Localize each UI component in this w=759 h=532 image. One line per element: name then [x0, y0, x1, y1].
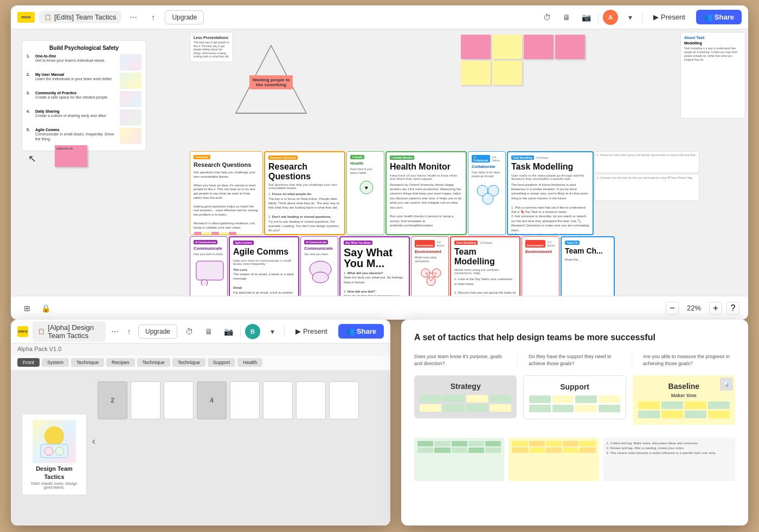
health-monitor-card: ♥ Health Monitor Health Monitor Keep tra… [385, 151, 467, 235]
tab-recipes[interactable]: Recipes [106, 358, 135, 367]
strategy-mini-grid [420, 395, 511, 412]
about-task-header: About Task [684, 36, 742, 40]
board-tab[interactable]: 📋 [Edits] Team Tactics [39, 11, 121, 23]
tab-icon: 📋 [44, 14, 51, 20]
present-button[interactable]: ▶ Present [647, 10, 692, 24]
health-section-desc: Keep track of your team's health. [350, 167, 381, 174]
psych-item-5-img [120, 128, 141, 144]
zoom-help-button[interactable]: ? [726, 302, 739, 315]
cursor: ↖ [28, 153, 36, 165]
psych-item-3-desc: Create a safe space for like minded peop… [35, 95, 118, 100]
left-arrow[interactable]: ‹ [92, 436, 95, 447]
comm-hdr: ✉ Communicate [194, 240, 224, 244]
secondary-board-tab[interactable]: 📋 [Alpha] Design Team Tactics [33, 321, 106, 342]
bottom-box-2 [509, 438, 599, 481]
more-options-icon[interactable]: ⋯ [126, 10, 141, 25]
secondary-export-icon[interactable]: ↑ [124, 324, 134, 339]
tab-technique2[interactable]: Technique [137, 358, 170, 367]
comm-illustration [194, 258, 224, 286]
sticky-t5 [229, 232, 236, 235]
sticky-t3 [211, 232, 219, 235]
hm-body: Research by Oxford University shows happ… [390, 183, 462, 228]
secondary-screen-icon[interactable]: 🖥 [201, 324, 216, 339]
timer-icon[interactable]: ⏱ [539, 10, 555, 25]
env-illustration [415, 265, 445, 293]
video-icon[interactable]: 📷 [578, 10, 594, 25]
secondary-miro-window: miro 📋 [Alpha] Design Team Tactics ⋯ ↑ U… [11, 320, 390, 525]
user-avatar[interactable]: A [603, 10, 618, 25]
tc-title: Team Ch... [565, 247, 610, 255]
chevron-down-icon[interactable]: ▾ [622, 10, 638, 25]
tmb-header: Team Modelling 1-2 hours [454, 241, 516, 245]
env-hdr: 🔴 Environment 1-2 hours [415, 240, 445, 248]
secondary-canvas[interactable]: ‹ Design Team Tactics Ditch chaotic mess… [11, 371, 390, 525]
zoom-minus-button[interactable]: − [666, 302, 679, 315]
tab-system[interactable]: System [42, 358, 69, 367]
psych-item-1-title: One-to-One [35, 54, 118, 58]
secondary-share-button[interactable]: 👥 Share [338, 324, 384, 339]
secondary-upgrade-button[interactable]: Upgrade [138, 325, 177, 339]
share-button[interactable]: 👥 Share [696, 10, 742, 24]
baseline-thumb: 📊 [720, 378, 733, 391]
play-icon: ▶ [653, 13, 659, 21]
svg-point-6 [483, 193, 493, 204]
secondary-user-avatar[interactable]: B [245, 324, 260, 339]
psych-item-1: 1. One-to-One Get to know your team's in… [27, 54, 141, 70]
bl-cell-8 [708, 411, 730, 418]
secondary-chevron-icon[interactable]: ▾ [265, 324, 280, 339]
comm2-hdr: ✉ Communicate [304, 240, 335, 244]
ac-subtitle: Help your team to communicate in small d… [233, 259, 295, 265]
collaborate-header-card: ⚡ Collaborate 1-2 hours Collaborate Gain… [468, 151, 506, 235]
main-canvas[interactable]: ↖ Build Psychological Safety 1. One-to-O… [11, 29, 748, 320]
q-divider-2 [632, 353, 632, 367]
sup-cell-2 [552, 395, 574, 403]
design-team-cover: Design Team Tactics Ditch chaotic mess. … [22, 414, 87, 495]
export-icon[interactable]: ↑ [145, 10, 160, 25]
main-bottom-toolbar: ⊞ 🔒 − 22% + ? [11, 296, 748, 320]
share-icon: 👥 [704, 13, 712, 21]
tab-health[interactable]: Health [237, 358, 262, 367]
pyramid-container: Wanting people to like something [233, 43, 309, 121]
comm2-section-desc: Say what you mean. [304, 252, 335, 256]
s-cell-4 [490, 395, 511, 403]
secondary-present-button[interactable]: ▶ Present [289, 324, 334, 339]
secondary-timer-icon[interactable]: ⏱ [182, 324, 197, 339]
info-panel-title: A set of tactics that help design teams … [414, 333, 735, 342]
secondary-separator [240, 326, 241, 337]
zoom-plus-button[interactable]: + [709, 302, 722, 315]
svg-rect-7 [196, 261, 223, 280]
main-toolbar: miro 📋 [Edits] Team Tactics ⋯ ↑ Upgrade … [11, 5, 748, 29]
psych-item-1-img [120, 54, 141, 70]
sup-cell-4 [599, 395, 620, 403]
secondary-video-icon[interactable]: 📷 [221, 324, 236, 339]
swym-title: Say What You M... [344, 247, 406, 269]
sup-cell-7 [575, 405, 597, 412]
tab-front[interactable]: Front [17, 358, 40, 367]
upgrade-button[interactable]: Upgrade [165, 10, 204, 24]
ac-title: Agile Comms [233, 247, 295, 257]
secondary-more-icon[interactable]: ⋯ [110, 324, 120, 339]
toolbar-separator-2 [642, 12, 642, 23]
comm-section-desc: Help your team to clarify. [194, 252, 224, 256]
lock-icon[interactable]: 🔒 [38, 301, 53, 316]
env2-section-label: Environment [525, 249, 556, 254]
tab-technique[interactable]: Technique [71, 358, 104, 367]
support-mini-grid [529, 395, 620, 412]
cover-illustration [33, 420, 76, 463]
tab-support[interactable]: Support [208, 358, 236, 367]
pages-row: 2 4 [98, 381, 380, 419]
bl-cell-1 [638, 401, 660, 409]
tab-technique3[interactable]: Technique [172, 358, 205, 367]
rq-subtitle: Ask questions that help you challenge yo… [268, 183, 341, 190]
comm2-section-label: Communicate [304, 246, 335, 251]
grid-icon[interactable]: ⊞ [20, 301, 35, 316]
technique-body: Ask questions that help you challenge yo… [194, 171, 259, 230]
sup-cell-5 [529, 405, 551, 412]
screen-icon[interactable]: 🖥 [559, 10, 574, 25]
sticky-yellow-3 [492, 61, 522, 85]
bottom-boxes: 1. Collect and tag. Make notes, discussi… [414, 438, 735, 481]
psych-item-2-img [120, 73, 141, 89]
secondary-toolbar-right: ⏱ 🖥 📷 B ▾ ▶ Present 👥 Share [182, 324, 384, 339]
cover-art-svg [35, 423, 73, 460]
bottom-grid-2 [512, 441, 595, 453]
